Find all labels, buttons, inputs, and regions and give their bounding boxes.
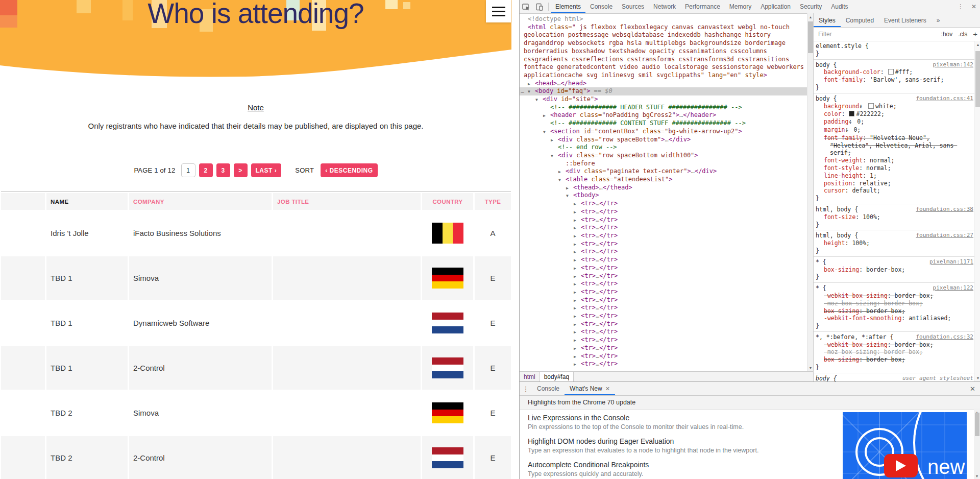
page-button[interactable]: 3 — [216, 163, 230, 177]
collapse-arrow-icon[interactable]: ▶ — [528, 80, 530, 88]
scroll-up-icon[interactable]: ▲ — [975, 41, 980, 47]
collapse-arrow-icon[interactable]: ▶ — [574, 361, 576, 369]
dom-node[interactable]: ▶<tr>…</tr> — [520, 328, 807, 336]
expand-arrow-icon[interactable]: ▼ — [551, 152, 553, 160]
collapse-arrow-icon[interactable]: ▶ — [574, 208, 576, 217]
dom-node[interactable]: <!-- end row --> — [520, 143, 807, 152]
css-property[interactable]: font-style: normal; — [816, 164, 973, 172]
collapse-arrow-icon[interactable]: ▶ — [574, 313, 576, 321]
devtools-tab-network[interactable]: Network — [649, 1, 680, 13]
dom-node[interactable]: ▶<tr>…</tr> — [520, 232, 807, 240]
source-link[interactable]: foundation.css:38 — [916, 206, 973, 213]
css-rule[interactable]: foundation.css:32*, *:before, *:after {-… — [814, 332, 975, 373]
css-property[interactable]: font-family: "Helvetica Neue", "Helvetic… — [816, 134, 973, 157]
collapse-arrow-icon[interactable]: ▶ — [566, 184, 569, 193]
dom-node[interactable]: ▶<div class="row spaceBottom">…</div> — [520, 136, 807, 144]
source-link[interactable]: pixelman:122 — [933, 284, 973, 292]
collapse-arrow-icon[interactable]: ▶ — [574, 200, 576, 208]
expand-arrow-icon[interactable]: ▼ — [558, 176, 561, 184]
scrollbar-thumb[interactable] — [975, 413, 979, 436]
source-link[interactable]: foundation.css:41 — [916, 95, 973, 103]
devtools-tab-application[interactable]: Application — [756, 1, 795, 13]
css-property[interactable]: background: ▶white; — [816, 103, 973, 111]
css-property[interactable]: background-color: #fff; — [816, 68, 973, 76]
css-property[interactable]: box-sizing: border-box; — [816, 266, 973, 274]
collapse-arrow-icon[interactable]: ▶ — [574, 337, 576, 345]
devtools-tab-memory[interactable]: Memory — [725, 1, 756, 13]
css-property[interactable]: font-family: 'Barlow', sans-serif; — [816, 76, 973, 84]
css-property[interactable]: height: 100%; — [816, 240, 973, 247]
sidebar-tab-event-listeners[interactable]: Event Listeners — [879, 14, 932, 27]
dom-node[interactable]: ▶<head>…</head> — [520, 80, 807, 88]
scroll-down-icon[interactable]: ▼ — [974, 473, 980, 479]
breadcrumb-item[interactable]: html — [520, 372, 540, 381]
page-button[interactable]: 2 — [199, 163, 213, 177]
column-header-job-title[interactable]: JOB TITLE — [273, 193, 421, 210]
collapse-arrow-icon[interactable]: ▶ — [574, 321, 576, 329]
dom-node[interactable]: ▶<tr>…</tr> — [520, 224, 807, 232]
devtools-tab-elements[interactable]: Elements — [551, 1, 585, 13]
scroll-down-icon[interactable]: ▼ — [975, 375, 980, 381]
menu-button[interactable] — [486, 0, 511, 22]
scrollbar-thumb[interactable] — [975, 51, 980, 107]
dom-node[interactable]: ▶<tr>…</tr> — [520, 296, 807, 304]
column-header-name[interactable]: NAME — [46, 193, 128, 210]
dom-node[interactable]: ▶<tr>…</tr> — [520, 288, 807, 296]
dom-node[interactable]: ▶<tr>…</tr> — [520, 200, 807, 208]
collapse-arrow-icon[interactable]: ▶ — [574, 328, 576, 337]
page-button[interactable]: > — [234, 163, 248, 177]
sort-descending-button[interactable]: ‹ DESCENDING — [321, 163, 377, 177]
devtools-tab-audits[interactable]: Audits — [826, 1, 852, 13]
css-rule[interactable]: pixelman:1171* {box-sizing: border-box;} — [814, 257, 975, 283]
expand-arrow-icon[interactable]: ▼ — [535, 96, 538, 104]
inspect-element-icon[interactable] — [520, 1, 533, 13]
dom-node[interactable]: ▼<tbody> — [520, 191, 807, 200]
dom-node[interactable]: ::before — [520, 160, 807, 168]
collapse-arrow-icon[interactable]: ▶ — [574, 273, 576, 281]
whats-new-video-thumbnail[interactable]: new 70 — [843, 412, 967, 479]
expand-arrow-icon[interactable]: ▼ — [543, 128, 546, 136]
collapse-arrow-icon[interactable]: ▶ — [558, 168, 561, 176]
collapse-arrow-icon[interactable]: ▶ — [574, 297, 576, 305]
dom-node[interactable]: ▶<tr>…</tr> — [520, 312, 807, 320]
source-link[interactable]: pixelman:142 — [933, 61, 973, 69]
dom-node[interactable]: ▶<header class="noPadding bgCross2">…</h… — [520, 111, 807, 119]
dom-tree[interactable]: <!doctype html><html class=" js flexbox … — [520, 13, 807, 373]
css-rule[interactable]: element.style {} — [814, 41, 975, 60]
css-property[interactable]: color: #222222; — [816, 110, 973, 118]
styles-scrollbar[interactable]: ▲ ▼ — [974, 41, 980, 381]
devtools-tab-performance[interactable]: Performance — [680, 1, 725, 13]
styles-toolbar-new-rule-icon[interactable]: + — [973, 30, 977, 38]
dom-node[interactable]: ▶<thead>…</thead> — [520, 184, 807, 192]
kebab-menu-icon[interactable]: ⋮ — [954, 1, 967, 13]
dom-node[interactable]: ▶<tr>…</tr> — [520, 360, 807, 368]
css-property[interactable]: box-sizing: border-box; — [816, 307, 973, 315]
css-rule[interactable]: foundation.css:38html, body {font-size: … — [814, 204, 975, 230]
css-property[interactable]: padding: ▶0; — [816, 118, 973, 126]
dom-node[interactable]: ▶<div class="paginate text-center">…</di… — [520, 167, 807, 176]
dom-node[interactable]: ▼<div id="site"> — [520, 95, 807, 104]
sidebar-tab-styles[interactable]: Styles — [814, 14, 841, 27]
breadcrumb-item[interactable]: body#faq — [540, 372, 574, 381]
column-header-company[interactable]: COMPANY — [129, 193, 272, 210]
dom-node[interactable]: ▶<tr>…</tr> — [520, 264, 807, 272]
dom-node[interactable]: ▶<tr>…</tr> — [520, 256, 807, 264]
css-rule[interactable]: pixelman:142body {background-color: #fff… — [814, 60, 975, 93]
dom-node[interactable]: ▶<tr>…</tr> — [520, 280, 807, 288]
dom-node[interactable]: ▶<tr>…</tr> — [520, 272, 807, 280]
dom-node[interactable]: <!doctype html> — [520, 15, 807, 23]
devtools-close-icon[interactable]: ✕ — [967, 1, 980, 13]
dom-node[interactable]: ▶<tr>…</tr> — [520, 304, 807, 312]
drawer-close-icon[interactable]: ✕ — [965, 385, 980, 393]
drawer-scrollbar[interactable]: ▲ ▼ — [974, 409, 980, 479]
css-property[interactable]: cursor: default; — [816, 187, 973, 195]
css-property[interactable]: -moz-box-sizing: border-box; — [816, 300, 973, 307]
expand-arrow-icon[interactable]: ▼ — [566, 192, 569, 200]
dom-node[interactable]: ▶<tr>…</tr> — [520, 248, 807, 256]
source-link[interactable]: foundation.css:27 — [916, 232, 973, 240]
expand-arrow-icon[interactable]: ▼ — [528, 88, 530, 96]
dom-node[interactable]: <!-- ############# CONTENT STUFF #######… — [520, 119, 807, 128]
page-button-current[interactable]: 1 — [181, 163, 195, 177]
css-property[interactable]: -webkit-box-sizing: border-box; — [816, 341, 973, 349]
collapse-arrow-icon[interactable]: ▶ — [551, 136, 553, 145]
